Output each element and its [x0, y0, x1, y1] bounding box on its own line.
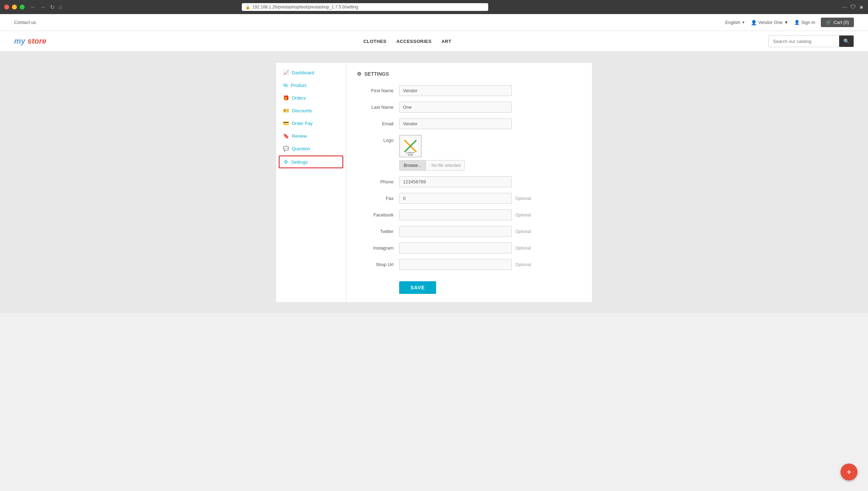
sidebar-label-settings: Settings	[291, 159, 308, 165]
file-input-row: Browse... No file selected.	[399, 160, 465, 171]
sidebar-item-dashboard[interactable]: 📈 Dashboard	[276, 66, 346, 79]
nav-link-accessories[interactable]: ACCESSORIES	[396, 39, 432, 44]
chevron-down-icon-2: ▼	[784, 20, 788, 25]
instagram-input[interactable]	[399, 243, 512, 253]
close-btn[interactable]	[4, 5, 9, 10]
sidebar-item-question[interactable]: 💬 Question	[276, 142, 346, 155]
first-name-input[interactable]	[399, 85, 512, 96]
twitter-row: Twitter Optional	[357, 226, 581, 237]
last-name-input[interactable]	[399, 102, 512, 113]
contact-link[interactable]: Contact us	[14, 20, 36, 25]
address-bar[interactable]: 🔒 192.168.1.26/prestashop/test/prestasho…	[242, 3, 488, 11]
vendor-menu[interactable]: 👤 Vendor One ▼	[751, 20, 788, 25]
search-input[interactable]	[769, 36, 839, 46]
no-file-label: No file selected.	[429, 163, 464, 168]
reload-button[interactable]: ↻	[49, 3, 56, 11]
save-button[interactable]: SAVE	[399, 281, 436, 294]
sidebar-label-discounts: Discounts	[292, 108, 312, 113]
email-row: Email	[357, 118, 581, 129]
store-logo: my store	[14, 37, 46, 46]
chevron-down-icon: ▼	[742, 20, 745, 24]
logo-store: store	[25, 37, 46, 45]
twitter-input[interactable]	[399, 226, 512, 237]
settings-icon: ⚙	[284, 159, 288, 165]
phone-row: Phone	[357, 176, 581, 187]
sidebar: 📈 Dashboard 🛍 Product 🎁 Orders 🎫 Discoun…	[276, 63, 346, 302]
fax-label: Fax	[357, 196, 399, 201]
first-name-label: First Name	[357, 88, 399, 93]
sidebar-item-product[interactable]: 🛍 Product	[276, 79, 346, 92]
shop-url-label: Shop Url	[357, 262, 399, 267]
facebook-row: Facebook Optional	[357, 209, 581, 220]
person-icon: 👤	[794, 20, 800, 25]
product-icon: 🛍	[283, 82, 288, 88]
sidebar-item-order-pay[interactable]: 💳 Order Pay	[276, 117, 346, 130]
svg-text:NAME: NAME	[408, 154, 413, 156]
sidebar-label-review: Review	[292, 133, 307, 139]
cart-icon: 🛒	[826, 20, 831, 25]
more-icon[interactable]: ⋯	[842, 4, 848, 11]
fax-input[interactable]	[399, 193, 512, 204]
last-name-row: Last Name	[357, 102, 581, 113]
sidebar-item-review[interactable]: 🔖 Review	[276, 130, 346, 142]
email-label: Email	[357, 121, 399, 126]
sidebar-item-settings[interactable]: ⚙ Settings	[279, 156, 343, 168]
nav-link-clothes[interactable]: CLOTHES	[363, 39, 386, 44]
discounts-icon: 🎫	[283, 108, 289, 113]
instagram-row: Instagram Optional	[357, 243, 581, 253]
email-input[interactable]	[399, 118, 512, 129]
phone-input[interactable]	[399, 176, 512, 187]
sidebar-label-product: Product	[291, 83, 307, 88]
sidebar-label-orders: Orders	[292, 95, 306, 101]
sidebar-label-order-pay: Order Pay	[292, 121, 313, 126]
nav-link-art[interactable]: ART	[441, 39, 451, 44]
dashboard-container: 📈 Dashboard 🛍 Product 🎁 Orders 🎫 Discoun…	[276, 62, 592, 303]
settings-title: ⚙ SETTINGS	[357, 71, 581, 77]
maximize-btn[interactable]	[20, 5, 25, 10]
search-button[interactable]: 🔍	[839, 36, 854, 47]
shield-icon[interactable]: 🛡	[850, 4, 856, 10]
gear-icon: ⚙	[357, 71, 361, 77]
sidebar-label-dashboard: Dashboard	[292, 70, 314, 75]
facebook-input[interactable]	[399, 209, 512, 220]
logo-my: my	[14, 37, 25, 45]
cart-label: Cart (0)	[834, 20, 849, 25]
language-label: English	[725, 20, 740, 25]
shop-url-optional: Optional	[515, 262, 531, 267]
last-name-label: Last Name	[357, 105, 399, 110]
signin-link[interactable]: 👤 Sign in	[794, 20, 815, 25]
vendor-name: Vendor One	[758, 20, 782, 25]
dashboard-icon: 📈	[283, 70, 289, 75]
instagram-label: Instagram	[357, 245, 399, 251]
logo-label: Logo	[357, 135, 399, 143]
browse-button[interactable]: Browse...	[400, 160, 426, 170]
company-logo-svg: COMPANY NAME	[400, 136, 421, 156]
cart-button[interactable]: 🛒 Cart (0)	[821, 18, 854, 27]
fax-optional: Optional	[515, 196, 531, 201]
settings-heading: SETTINGS	[364, 71, 389, 77]
language-dropdown[interactable]: English ▼	[725, 20, 745, 25]
logo-row: Logo COMPANY NAME	[357, 135, 581, 171]
question-icon: 💬	[283, 146, 289, 151]
save-row: SAVE	[357, 276, 581, 294]
signin-label: Sign in	[801, 20, 815, 25]
review-icon: 🔖	[283, 133, 289, 139]
star-icon[interactable]: ★	[859, 4, 864, 11]
url-text: 192.168.1.26/prestashop/test/prestashop_…	[252, 5, 358, 10]
orders-icon: 🎁	[283, 95, 289, 101]
shop-url-input[interactable]	[399, 259, 512, 270]
user-icon: 👤	[751, 20, 757, 25]
first-name-row: First Name	[357, 85, 581, 96]
minimize-btn[interactable]	[12, 5, 17, 10]
back-button[interactable]: ←	[29, 3, 37, 11]
sidebar-item-discounts[interactable]: 🎫 Discounts	[276, 104, 346, 117]
lock-icon: 🔒	[245, 5, 250, 10]
main-nav: my store CLOTHES ACCESSORIES ART 🔍	[0, 31, 868, 52]
sidebar-item-orders[interactable]: 🎁 Orders	[276, 92, 346, 104]
fax-row: Fax Optional	[357, 193, 581, 204]
home-button[interactable]: ⌂	[57, 3, 64, 11]
nav-links: CLOTHES ACCESSORIES ART	[363, 39, 451, 44]
forward-button[interactable]: →	[39, 3, 47, 11]
main-panel: ⚙ SETTINGS First Name Last Name Email Lo…	[346, 63, 592, 302]
browser-icons: ⋯ 🛡 ★	[842, 4, 864, 11]
